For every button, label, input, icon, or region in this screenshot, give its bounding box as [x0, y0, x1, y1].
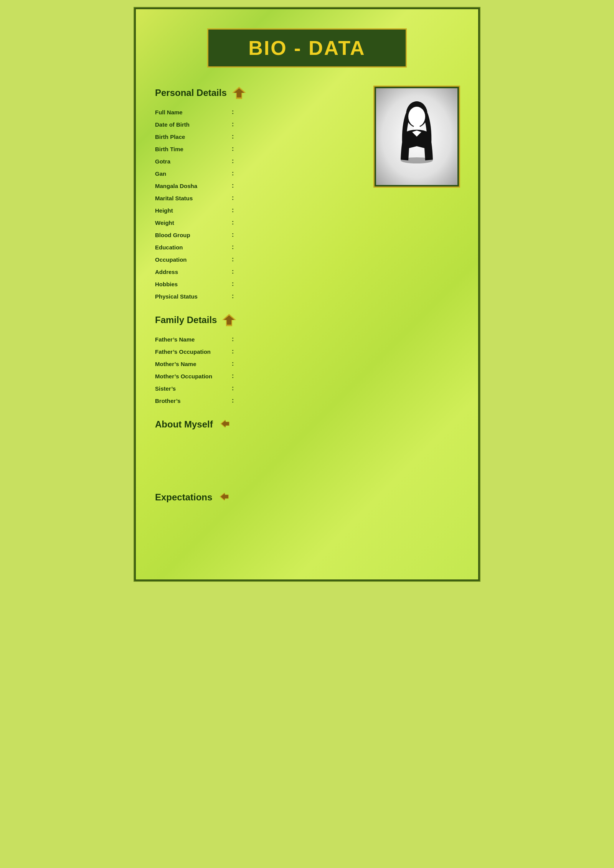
- field-colon: :: [232, 170, 234, 177]
- photo-area: [375, 87, 459, 186]
- about-section: About Myself: [155, 418, 359, 468]
- field-colon: :: [232, 109, 234, 116]
- field-label: Weight: [155, 219, 232, 226]
- expectations-arrow-icon: [218, 491, 231, 503]
- personal-arrow-icon: [232, 87, 246, 99]
- svg-marker-3: [224, 315, 234, 325]
- personal-field-row: Full Name:: [155, 106, 359, 118]
- left-section: Personal Details Full Name:Date of Birth…: [155, 83, 375, 556]
- field-colon: :: [232, 158, 234, 165]
- photo-inner: [376, 88, 457, 185]
- field-label: Father’s Name: [155, 336, 232, 343]
- family-section: Family Details Father’s Name:Father’s Oc…: [155, 314, 359, 407]
- field-label: Gotra: [155, 158, 232, 165]
- field-colon: :: [232, 348, 234, 355]
- field-label: Date of Birth: [155, 121, 232, 128]
- profile-silhouette: [390, 98, 444, 175]
- family-arrow-icon: [222, 314, 236, 326]
- svg-marker-1: [234, 88, 244, 97]
- field-label: Occupation: [155, 256, 232, 263]
- content-area: Personal Details Full Name:Date of Birth…: [155, 83, 459, 556]
- personal-field-row: Birth Place:: [155, 130, 359, 143]
- title-box: BIO - DATA: [207, 28, 407, 68]
- personal-field-row: Blood Group:: [155, 229, 359, 241]
- field-colon: :: [232, 133, 234, 140]
- about-arrow-icon: [218, 418, 232, 431]
- field-colon: :: [232, 256, 234, 263]
- expectations-section: Expectations: [155, 491, 359, 556]
- field-label: Father’s Occupation: [155, 348, 232, 355]
- field-label: Education: [155, 244, 232, 251]
- personal-details-title: Personal Details: [155, 87, 227, 98]
- family-field-row: Father’s Occupation:: [155, 345, 359, 358]
- about-title: About Myself: [155, 419, 213, 430]
- personal-field-row: Height:: [155, 204, 359, 216]
- personal-field-row: Mangala Dosha:: [155, 180, 359, 192]
- family-details-title: Family Details: [155, 315, 217, 325]
- field-label: Birth Place: [155, 134, 232, 140]
- field-label: Hobbies: [155, 281, 232, 287]
- field-label: Gan: [155, 170, 232, 177]
- family-field-row: Brother’s:: [155, 394, 359, 407]
- personal-field-row: Education:: [155, 241, 359, 253]
- field-label: Blood Group: [155, 232, 232, 238]
- personal-field-row: Date of Birth:: [155, 118, 359, 130]
- family-field-row: Sister’s:: [155, 382, 359, 394]
- svg-point-7: [401, 157, 433, 163]
- personal-fields: Full Name:Date of Birth:Birth Place:Birt…: [155, 106, 359, 302]
- field-colon: :: [232, 373, 234, 380]
- personal-field-row: Physical Status:: [155, 290, 359, 302]
- field-colon: :: [232, 182, 234, 189]
- field-colon: :: [232, 281, 234, 287]
- field-colon: :: [232, 397, 234, 404]
- expectations-header: Expectations: [155, 491, 359, 503]
- field-colon: :: [232, 293, 234, 300]
- field-label: Birth Time: [155, 146, 232, 152]
- field-label: Marital Status: [155, 195, 232, 201]
- family-field-row: Mother’s Name:: [155, 358, 359, 370]
- field-colon: :: [232, 121, 234, 128]
- field-colon: :: [232, 219, 234, 226]
- personal-field-row: Hobbies:: [155, 278, 359, 290]
- field-colon: :: [232, 207, 234, 214]
- field-label: Brother’s: [155, 398, 232, 404]
- field-colon: :: [232, 145, 234, 152]
- field-label: Mangala Dosha: [155, 183, 232, 189]
- field-label: Mother’s Occupation: [155, 373, 232, 380]
- field-colon: :: [232, 231, 234, 238]
- page-title: BIO - DATA: [248, 37, 365, 59]
- svg-point-6: [408, 107, 425, 127]
- personal-field-row: Gan:: [155, 167, 359, 180]
- personal-field-row: Birth Time:: [155, 143, 359, 155]
- field-label: Height: [155, 207, 232, 214]
- field-label: Physical Status: [155, 293, 232, 300]
- field-colon: :: [232, 385, 234, 392]
- field-colon: :: [232, 360, 234, 367]
- personal-field-row: Gotra:: [155, 155, 359, 167]
- personal-field-row: Address:: [155, 266, 359, 278]
- field-label: Mother’s Name: [155, 361, 232, 367]
- family-details-header: Family Details: [155, 314, 359, 326]
- field-label: Full Name: [155, 109, 232, 116]
- about-header: About Myself: [155, 418, 359, 431]
- family-fields: Father’s Name:Father’s Occupation:Mother…: [155, 333, 359, 407]
- field-label: Sister’s: [155, 385, 232, 392]
- personal-field-row: Marital Status:: [155, 192, 359, 204]
- about-content: [155, 437, 359, 468]
- personal-field-row: Occupation:: [155, 253, 359, 266]
- field-colon: :: [232, 195, 234, 201]
- expectations-content: [155, 510, 359, 556]
- photo-frame: [375, 87, 459, 186]
- bio-data-page: BIO - DATA Personal Details Full Name:Da…: [134, 8, 480, 581]
- family-field-row: Mother’s Occupation:: [155, 370, 359, 382]
- personal-field-row: Weight:: [155, 216, 359, 229]
- family-field-row: Father’s Name:: [155, 333, 359, 345]
- field-colon: :: [232, 336, 234, 343]
- expectations-title: Expectations: [155, 492, 212, 503]
- field-colon: :: [232, 244, 234, 251]
- personal-details-header: Personal Details: [155, 87, 359, 99]
- field-colon: :: [232, 268, 234, 275]
- field-label: Address: [155, 269, 232, 275]
